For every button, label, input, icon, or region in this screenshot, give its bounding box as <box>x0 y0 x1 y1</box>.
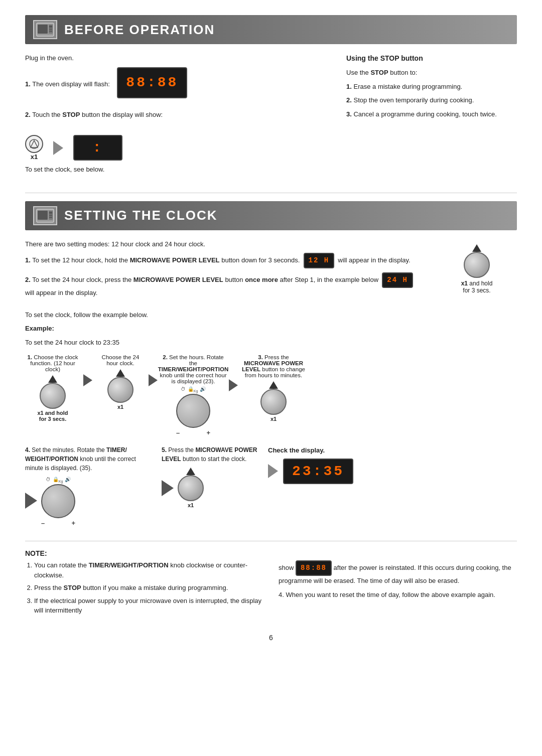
check-display-block: Check the display. 23:35 <box>268 445 517 484</box>
note-item-1: You can rotate the TIMER/WEIGHT/PORTION … <box>34 560 263 580</box>
section-divider <box>25 193 517 193</box>
stop-item-2: 2. Stop the oven temporarily during cook… <box>346 95 517 105</box>
x1-hold-label: x1 and hold for 3 secs. <box>461 280 493 294</box>
before-op-content: Plug in the oven. 1. The oven display wi… <box>25 53 517 179</box>
plus-minus: – + <box>176 429 210 436</box>
step1-text: 1. The oven display will flash: 88:88 <box>25 67 331 98</box>
svg-rect-11 <box>49 212 52 214</box>
clock-left: There are two setting modes: 12 hour clo… <box>25 239 422 302</box>
note-item-3: If the electrical power supply to your m… <box>34 596 263 616</box>
timer-icons2: ⏱🔒Kg🔊 <box>46 477 71 483</box>
clock-note: To set the clock, see below. <box>25 165 331 175</box>
power-knob <box>464 252 490 278</box>
tri2 <box>116 369 125 377</box>
flash-display: 88:88 <box>117 67 187 98</box>
tri1 <box>48 375 57 383</box>
before-op-left: Plug in the oven. 1. The oven display wi… <box>25 53 331 179</box>
step1a-label: 1. Choose the clock function. (12 hour c… <box>25 354 80 372</box>
svg-rect-13 <box>49 217 52 218</box>
svg-marker-7 <box>31 140 38 147</box>
timer-icons: ⏱🔒Kg🔊 <box>181 386 206 393</box>
svg-rect-9 <box>38 211 48 220</box>
tri5 <box>186 468 195 475</box>
clock-right: x1 and hold for 3 secs. <box>437 239 517 302</box>
step4-block: 4. Set the minutes. Rotate the TIMER/ WE… <box>25 445 156 527</box>
timer-knob2 <box>41 484 75 518</box>
24h-display: 24 H <box>382 272 413 288</box>
step2-label: 2. Set the hours. Rotate the TIMER/WEIGH… <box>158 354 229 384</box>
arrow3 <box>229 379 238 391</box>
before-operation-title: BEFORE OPERATION <box>64 22 215 38</box>
note-right-1: show 88:88 after the power is reinstated… <box>279 560 517 586</box>
example-intro: To set the clock, follow the example bel… <box>25 310 517 320</box>
note-left: You can rotate the TIMER/WEIGHT/PORTION … <box>25 560 263 619</box>
knob2 <box>107 377 133 403</box>
plus-minus2: – + <box>41 519 75 527</box>
step2-block: 2. Set the hours. Rotate the TIMER/WEIGH… <box>161 354 226 436</box>
svg-rect-4 <box>49 29 52 30</box>
note-right-2: 4. When you want to reset the time of da… <box>279 590 517 600</box>
arrow2 <box>149 374 158 386</box>
tri3 <box>269 381 278 389</box>
step1b-block: Choose the 24 hour clock. x1 <box>95 354 146 410</box>
x1-2: x1 <box>117 404 123 410</box>
knob1 <box>40 383 66 409</box>
colon-display: : <box>73 135 122 161</box>
timer-knob <box>176 394 210 428</box>
before-operation-section: BEFORE OPERATION Plug in the oven. 1. Th… <box>25 15 517 179</box>
step5-block: 5. Press the MICROWAVE POWER LEVEL butto… <box>162 445 262 508</box>
page-number: 6 <box>25 634 517 642</box>
note-list: You can rotate the TIMER/WEIGHT/PORTION … <box>34 560 263 616</box>
hold-knob-area: x1 and hold for 3 secs. <box>461 244 493 294</box>
stop-icon <box>25 135 43 153</box>
knob5 <box>178 475 204 501</box>
setting-clock-title: SETTING THE CLOCK <box>64 208 218 223</box>
stop-button-visual: x1 <box>25 135 43 161</box>
example-section: To set the clock, follow the example bel… <box>25 310 517 527</box>
step1a-block: 1. Choose the clock function. (12 hour c… <box>25 354 80 422</box>
svg-rect-3 <box>49 26 52 28</box>
step5-text: 5. Press the MICROWAVE POWER LEVEL butto… <box>162 445 262 464</box>
svg-rect-5 <box>49 31 52 32</box>
x1-label: x1 <box>31 153 38 161</box>
step3-label: 3. Press the MICROWAVE POWER LEVEL butto… <box>241 354 306 378</box>
arrow-icon <box>53 141 63 155</box>
step4-visual: ⏱🔒Kg🔊 – + <box>25 477 156 527</box>
note-display: 88:88 <box>296 560 332 576</box>
stop-section-title: Using the STOP button <box>346 53 517 64</box>
clock-step2: 2. To set the 24 hour clock, press the M… <box>25 272 422 298</box>
final-display: 23:35 <box>283 459 353 484</box>
example-title: Example: <box>25 325 54 332</box>
microwave-icon-2 <box>33 206 57 225</box>
steps-4-5-row: 4. Set the minutes. Rotate the TIMER/ WE… <box>25 445 517 527</box>
svg-rect-1 <box>38 25 48 34</box>
example-steps-row: 1. Choose the clock function. (12 hour c… <box>25 354 517 436</box>
clock-content: There are two setting modes: 12 hour clo… <box>25 239 517 302</box>
setting-clock-header: SETTING THE CLOCK <box>25 201 517 230</box>
before-operation-header: BEFORE OPERATION <box>25 15 517 44</box>
x1-5: x1 <box>188 502 194 508</box>
setting-clock-section: SETTING THE CLOCK There are two setting … <box>25 201 517 527</box>
x1hold1: x1 and hold for 3 secs. <box>37 410 68 422</box>
triangle-icon <box>472 244 481 252</box>
example-desc: To set the 24 hour clock to 23:35 <box>25 338 517 348</box>
note-divider <box>25 541 517 541</box>
check-display-label: Check the display. <box>268 445 325 456</box>
microwave-icon <box>33 20 57 39</box>
stop-intro: Use the STOP button to: <box>346 68 517 78</box>
clock-intro: There are two setting modes: 12 hour clo… <box>25 239 422 249</box>
note-item-2: Press the STOP button if you make a mist… <box>34 583 263 593</box>
12h-display: 12 H <box>304 253 335 268</box>
note-right: show 88:88 after the power is reinstated… <box>279 560 517 619</box>
note-title: NOTE: <box>25 549 517 557</box>
stop-item-1: 1. Erase a mistake during programming. <box>346 82 517 92</box>
plug-in-text: Plug in the oven. <box>25 53 331 63</box>
knob3 <box>260 389 287 415</box>
arrow1 <box>83 374 92 386</box>
note-cols: You can rotate the TIMER/WEIGHT/PORTION … <box>25 560 517 619</box>
x1-3: x1 <box>270 416 277 422</box>
clock-step1: 1. To set the 12 hour clock, hold the MI… <box>25 253 422 268</box>
svg-rect-12 <box>49 215 52 216</box>
note-section: NOTE: You can rotate the TIMER/WEIGHT/PO… <box>25 549 517 619</box>
step1b-label: Choose the 24 hour clock. <box>95 354 146 366</box>
